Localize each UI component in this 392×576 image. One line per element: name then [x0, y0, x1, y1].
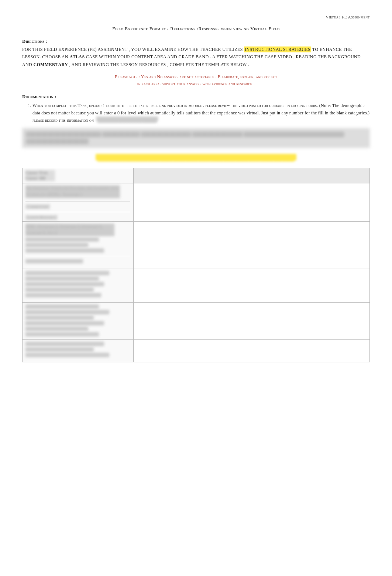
row3-label-blurred5	[25, 293, 101, 297]
row2-value	[134, 221, 370, 269]
row3-label-blurred4	[25, 287, 94, 292]
blurred-link-1: ████████████████████	[96, 117, 158, 121]
highlight-instructional-strategies: instructional strategies	[244, 46, 311, 52]
main-title: Field Experience Form for Reflections /R…	[22, 26, 370, 32]
directions-label: Directions :	[22, 38, 370, 44]
yellow-link-row: ████████████████████████████████████████…	[22, 152, 370, 163]
row4-value	[134, 302, 370, 339]
row3-label-blurred3	[25, 282, 104, 286]
row2-label-blurred3	[25, 243, 88, 247]
blurred-yellow-link: ████████████████████████████████████████…	[96, 154, 297, 161]
row3-label-blurred1	[25, 271, 109, 275]
row1-value	[134, 183, 370, 222]
row3-label	[23, 269, 134, 302]
table-col2-header	[134, 168, 370, 183]
row1-label: The Strategic Vision for Teaching and Le…	[23, 183, 134, 222]
row3-value	[134, 269, 370, 302]
row4-label-blurred5	[25, 327, 88, 331]
documentation-list: When you complete this Task, upload 1 ho…	[22, 102, 370, 124]
row4-label-blurred6	[25, 332, 99, 337]
row5-label	[23, 339, 134, 362]
row2-sub-blurred	[25, 259, 83, 263]
table-row	[23, 269, 370, 302]
directions-text: For this Field Experience (FE) assignmen…	[22, 46, 370, 68]
row2-label-blurred: ISTE - Standard 2, Standard 3, Standard …	[25, 224, 114, 237]
row1-sub2: Lesson Resource	[25, 215, 58, 220]
row4-label-blurred1	[25, 304, 99, 309]
row4-label	[23, 302, 134, 339]
row2-label: ISTE - Standard 2, Standard 3, Standard …	[23, 221, 134, 269]
row4-label-blurred3	[25, 315, 94, 320]
row5-value	[134, 339, 370, 362]
row5-label-blurred1	[25, 342, 104, 346]
table-row: ISTE - Standard 2, Standard 3, Standard …	[23, 221, 370, 269]
table-col1-header: Credit TypeCredit 101	[23, 168, 134, 183]
header-right-label: Virtual FE Assignment	[22, 15, 370, 19]
row2-label-blurred4	[25, 248, 104, 253]
row4-label-blurred4	[25, 321, 104, 325]
note-block: P lease note : Yes and No answers are no…	[22, 73, 370, 87]
table-col1-blurred: Credit TypeCredit 101	[25, 170, 55, 181]
row5-label-blurred2	[25, 347, 94, 352]
row2-label-blurred2	[25, 237, 99, 242]
form-table: Credit TypeCredit 101 The Strategic Visi…	[22, 168, 370, 362]
table-row	[23, 302, 370, 339]
row5-label-blurred3	[25, 353, 109, 357]
row1-sub1: Commentary	[25, 204, 50, 209]
row1-label-blurred: The Strategic Vision for Teaching and Le…	[25, 185, 120, 198]
table-row	[23, 339, 370, 362]
table-row: The Strategic Vision for Teaching and Le…	[23, 183, 370, 222]
table-header-row: Credit TypeCredit 101	[23, 168, 370, 183]
row4-label-blurred2	[25, 310, 109, 314]
row3-label-blurred2	[25, 276, 99, 281]
blurred-block-1: ████████████████████████ ████████████ ██…	[22, 128, 370, 148]
documentation-label: Documentation :	[22, 94, 370, 100]
